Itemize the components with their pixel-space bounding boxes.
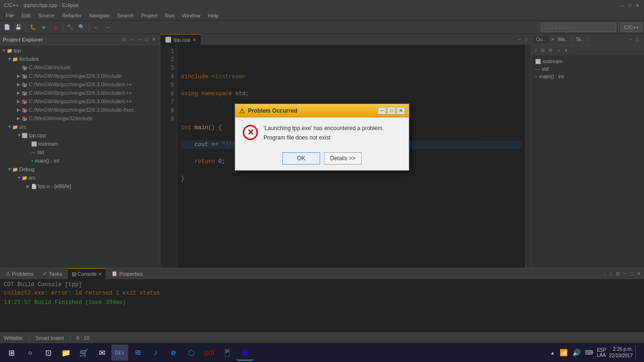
file-explorer-button[interactable]: 📁 — [58, 345, 74, 361]
problem-dialog: ⚠ Problem Occurred ─ □ ✕ ✕ 'Launching tp… — [235, 104, 409, 171]
spotify-button[interactable]: ♪ — [147, 345, 164, 361]
edge-button[interactable]: e — [165, 345, 182, 361]
tray-chevron[interactable]: ▲ — [549, 349, 556, 356]
dialog-title-bar: ⚠ Problem Occurred ─ □ ✕ — [235, 104, 409, 117]
taskbar: ⊞ ○ ⊡ 📁 🛒 ✉ DEV ≋ ♪ e ⬡ pdf 📱 ◉ ▲ 📶 🔊 ⌨ … — [0, 343, 644, 362]
taskbar-system-tray: ▲ 📶 🔊 ⌨ ESPLAA 2:26 p.m. 22/10/2017 — [549, 345, 642, 360]
app-2[interactable]: 📱 — [219, 345, 236, 361]
lang-indicator: ESPLAA — [597, 347, 606, 358]
dialog-message: 'Launching tpp.exe' has encountered a pr… — [264, 125, 401, 141]
arduino-button[interactable]: ⬡ — [183, 345, 200, 361]
time: 2:26 p.m. — [609, 346, 633, 353]
tray-volume[interactable]: 🔊 — [571, 348, 581, 357]
search-button[interactable]: ○ — [22, 345, 39, 361]
show-desktop-btn[interactable] — [636, 345, 638, 360]
dialog-maximize-btn[interactable]: □ — [387, 107, 396, 115]
start-button[interactable]: ⊞ — [2, 345, 21, 361]
app-1[interactable]: ≋ — [129, 345, 146, 361]
task-view-button[interactable]: ⊡ — [40, 345, 57, 361]
dialog-title-text: Problem Occurred — [248, 107, 375, 114]
mail-button[interactable]: ✉ — [93, 345, 110, 361]
dialog-overlay: ⚠ Problem Occurred ─ □ ✕ ✕ 'Launching tp… — [0, 0, 644, 362]
dialog-close-btn[interactable]: ✕ — [396, 107, 405, 115]
dialog-body: ✕ 'Launching tpp.exe' has encountered a … — [235, 117, 409, 148]
tray-network[interactable]: 📶 — [559, 348, 569, 357]
store-button[interactable]: 🛒 — [75, 345, 92, 361]
dialog-sub-message: Program file does not exist — [264, 134, 401, 141]
acrobat-button[interactable]: pdf — [201, 345, 218, 361]
dev-button[interactable]: DEV — [111, 345, 128, 361]
dialog-minimize-btn[interactable]: ─ — [378, 107, 386, 115]
dialog-footer: OK Details >> — [235, 148, 409, 170]
eclipse-button[interactable]: ◉ — [237, 345, 254, 361]
dialog-details-button[interactable]: Details >> — [324, 152, 362, 165]
dialog-title-icon: ⚠ — [239, 107, 245, 115]
tray-keyboard[interactable]: ⌨ — [584, 348, 594, 357]
dialog-ok-button[interactable]: OK — [282, 152, 320, 165]
dialog-title-btns: ─ □ ✕ — [378, 107, 405, 115]
dialog-main-message: 'Launching tpp.exe' has encountered a pr… — [264, 125, 401, 132]
date: 22/10/2017 — [609, 353, 633, 359]
time-display[interactable]: 2:26 p.m. 22/10/2017 — [609, 346, 633, 359]
error-icon: ✕ — [243, 125, 258, 140]
